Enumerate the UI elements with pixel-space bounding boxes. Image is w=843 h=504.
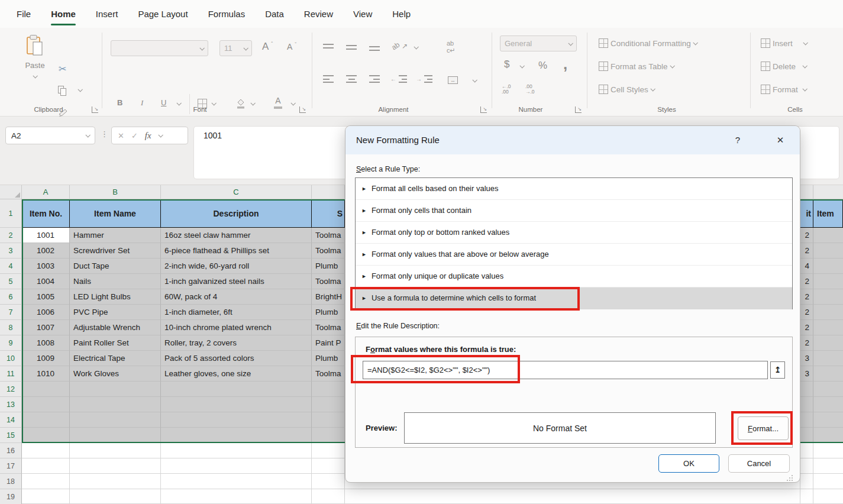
comma-style-button[interactable]: ,	[563, 55, 567, 73]
cell[interactable]	[813, 243, 843, 259]
cell[interactable]: 2	[800, 335, 813, 351]
cell[interactable]	[800, 412, 813, 428]
insert-function-icon[interactable]: fx	[145, 131, 151, 141]
row-header-15[interactable]: 15	[0, 428, 22, 443]
tab-page-layout[interactable]: Page Layout	[138, 0, 188, 28]
cell[interactable]: Electrical Tape	[70, 351, 161, 366]
cell[interactable]: Duct Tape	[70, 259, 161, 274]
cell[interactable]	[70, 382, 161, 397]
cell[interactable]: Toolma	[312, 228, 345, 243]
cell[interactable]	[813, 382, 843, 397]
cell[interactable]	[800, 458, 813, 474]
cut-button[interactable]: ✂	[59, 63, 66, 75]
cell[interactable]: 10-inch chrome plated wrench	[161, 320, 312, 335]
cell[interactable]: 1002	[22, 243, 70, 259]
align-center-button[interactable]	[346, 75, 357, 83]
cell[interactable]	[161, 382, 312, 397]
top-align-button[interactable]	[323, 44, 334, 49]
close-icon[interactable]: ✕	[770, 126, 790, 154]
font-color-chevron[interactable]	[291, 102, 295, 105]
cell[interactable]: Leather gloves, one size	[161, 366, 312, 382]
cancel-button[interactable]: Cancel	[728, 454, 790, 473]
cell[interactable]: 1-inch diameter, 6ft	[161, 305, 312, 320]
paste-button[interactable]: Paste	[20, 34, 50, 78]
accounting-chevron[interactable]	[520, 64, 524, 68]
header-cell-item-name[interactable]: Item Name	[70, 199, 161, 228]
column-header-d[interactable]	[312, 185, 345, 199]
underline-chevron[interactable]	[177, 102, 180, 105]
cell[interactable]: 1-inch galvanized steel nails	[161, 274, 312, 289]
cell[interactable]	[312, 382, 345, 397]
cell[interactable]: Plumb	[312, 305, 345, 320]
cell[interactable]	[813, 428, 843, 443]
cell[interactable]: 2	[800, 274, 813, 289]
name-box[interactable]: A2	[5, 127, 95, 144]
cell[interactable]: 1006	[22, 305, 70, 320]
cell[interactable]	[813, 335, 843, 351]
shrink-font-button[interactable]: Aˇ	[287, 42, 296, 51]
cell[interactable]	[161, 443, 312, 458]
cell[interactable]	[70, 474, 161, 489]
tab-file[interactable]: File	[17, 0, 31, 28]
cell[interactable]	[22, 412, 70, 428]
percent-style-button[interactable]: %	[538, 60, 547, 72]
row-header-16[interactable]: 16	[0, 443, 22, 458]
header-cell-item-no[interactable]: Item No.	[22, 199, 70, 228]
tab-view[interactable]: View	[353, 0, 372, 28]
increase-indent-button[interactable]: →	[416, 75, 432, 83]
align-right-button[interactable]	[369, 75, 380, 83]
cell[interactable]	[813, 458, 843, 474]
cell[interactable]: 16oz steel claw hammer	[161, 228, 312, 243]
row-header-9[interactable]: 9	[0, 335, 22, 351]
alignment-dialog-launcher[interactable]: ↘	[480, 106, 487, 113]
accounting-format-button[interactable]: $	[504, 59, 509, 70]
cell[interactable]: 1009	[22, 351, 70, 366]
cell[interactable]	[22, 474, 70, 489]
number-format-combo[interactable]: General	[500, 35, 577, 51]
cell[interactable]: Toolma	[312, 366, 345, 382]
column-header-right1[interactable]	[800, 185, 813, 199]
cell[interactable]	[312, 489, 345, 504]
delete-cells-button[interactable]: Delete	[761, 62, 806, 71]
row-header-7[interactable]: 7	[0, 305, 22, 320]
cell[interactable]	[800, 428, 813, 443]
row-header-14[interactable]: 14	[0, 412, 22, 428]
cell[interactable]: Paint P	[312, 335, 345, 351]
row-header-3[interactable]: 3	[0, 243, 22, 259]
cell[interactable]: Pack of 5 assorted colors	[161, 351, 312, 366]
cell[interactable]	[813, 289, 843, 305]
cell[interactable]	[800, 474, 813, 489]
cell[interactable]: 6-piece flathead & Phillips set	[161, 243, 312, 259]
copy-chevron[interactable]	[78, 88, 82, 92]
row-header-1[interactable]: 1	[0, 199, 22, 228]
row-header-10[interactable]: 10	[0, 351, 22, 366]
cell[interactable]: PVC Pipe	[70, 305, 161, 320]
row-header-4[interactable]: 4	[0, 259, 22, 274]
cell[interactable]	[813, 228, 843, 243]
cell[interactable]	[813, 412, 843, 428]
cell[interactable]	[800, 397, 813, 412]
collapse-dialog-button[interactable]: ↥	[770, 361, 785, 379]
cell[interactable]: Screwdriver Set	[70, 243, 161, 259]
cell[interactable]	[813, 305, 843, 320]
row-header-12[interactable]: 12	[0, 382, 22, 397]
cell-a2-active[interactable]: 1001	[22, 228, 70, 243]
header-cell-unit-clipped[interactable]: it	[800, 199, 813, 228]
cell[interactable]	[70, 458, 161, 474]
tab-data[interactable]: Data	[265, 0, 284, 28]
cell[interactable]	[161, 412, 312, 428]
cell[interactable]	[22, 382, 70, 397]
header-cell-supplier-clipped[interactable]: S	[312, 199, 345, 228]
row-header-5[interactable]: 5	[0, 274, 22, 289]
cell[interactable]: 2	[800, 289, 813, 305]
tab-home[interactable]: Home	[51, 0, 76, 28]
cell[interactable]: Plumb	[312, 259, 345, 274]
column-header-right2[interactable]	[813, 185, 843, 199]
cell[interactable]: 2-inch wide, 60-yard roll	[161, 259, 312, 274]
cell[interactable]	[813, 351, 843, 366]
cell[interactable]	[813, 443, 843, 458]
row-header-13[interactable]: 13	[0, 397, 22, 412]
rule-type-option-values[interactable]: ►Format all cells based on their values	[356, 178, 792, 200]
italic-button[interactable]: I	[141, 98, 143, 108]
copy-button[interactable]	[58, 86, 67, 96]
